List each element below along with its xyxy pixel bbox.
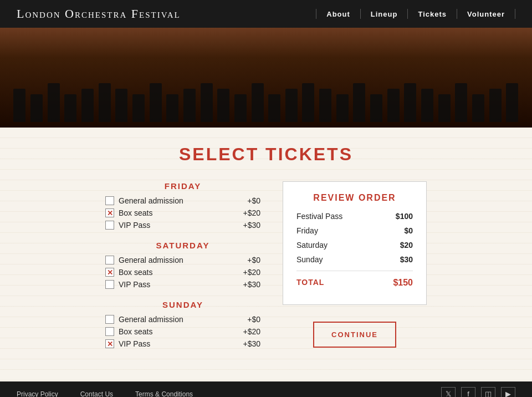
sun-vip-price: +$30 xyxy=(238,339,260,348)
sun-vip-checkbox[interactable] xyxy=(105,339,114,348)
review-item-price: $0 xyxy=(404,226,413,235)
musician xyxy=(252,83,264,122)
musician xyxy=(336,94,349,122)
musician xyxy=(404,83,416,122)
musician xyxy=(302,83,314,122)
musician xyxy=(438,94,451,122)
review-item-name: Festival Pass xyxy=(296,212,342,221)
nav-tickets[interactable]: Tickets xyxy=(418,10,447,18)
musician xyxy=(13,89,25,122)
sat-vip-price: +$30 xyxy=(238,280,260,289)
sat-general-checkbox[interactable] xyxy=(105,256,114,264)
review-item-saturday: Saturday $20 xyxy=(296,241,413,250)
ticket-option: General admission +$0 xyxy=(105,256,260,264)
review-item-friday: Friday $0 xyxy=(296,226,413,235)
ticket-option: VIP Pass +$30 xyxy=(105,221,260,230)
hero-image xyxy=(0,28,532,128)
main-content: SELECT TICKETS FRIDAY General admission … xyxy=(0,128,532,381)
ticket-option: Box seats +$20 xyxy=(105,208,260,217)
review-item-name: Saturday xyxy=(296,241,328,250)
footer-contact[interactable]: Contact Us xyxy=(80,390,113,398)
content-row: FRIDAY General admission +$0 Box seats +… xyxy=(33,181,499,359)
musician xyxy=(64,94,76,122)
ticket-option: Box seats +$20 xyxy=(105,327,260,336)
review-item-price: $30 xyxy=(400,255,413,264)
musician xyxy=(150,83,162,122)
review-box: REVIEW ORDER Festival Pass $100 Friday $… xyxy=(283,181,427,305)
sun-general-price: +$0 xyxy=(238,315,260,324)
musician xyxy=(387,89,400,122)
friday-title: FRIDAY xyxy=(105,181,260,191)
musician xyxy=(166,94,178,122)
footer-terms[interactable]: Terms & Conditions xyxy=(135,390,193,398)
sat-box-checkbox[interactable] xyxy=(105,268,114,277)
sun-general-checkbox[interactable] xyxy=(105,315,114,324)
musician xyxy=(48,83,60,122)
sat-general-label: General admission xyxy=(119,256,234,264)
musician xyxy=(421,89,433,122)
orchestra-silhouettes xyxy=(0,55,532,122)
musician xyxy=(319,89,331,122)
musician xyxy=(30,94,43,122)
sat-vip-checkbox[interactable] xyxy=(105,280,114,289)
review-item-festival: Festival Pass $100 xyxy=(296,212,413,221)
friday-section: FRIDAY General admission +$0 Box seats +… xyxy=(105,181,260,230)
sun-box-checkbox[interactable] xyxy=(105,327,114,336)
musician xyxy=(234,94,247,122)
nav-menu: About Lineup Tickets Volunteer xyxy=(316,9,515,19)
musician xyxy=(132,94,145,122)
sunday-title: SUNDAY xyxy=(105,300,260,309)
fri-box-price: +$20 xyxy=(238,208,260,217)
musician xyxy=(370,94,382,122)
fri-box-checkbox[interactable] xyxy=(105,208,114,217)
musician xyxy=(81,89,94,122)
page-title: SELECT TICKETS xyxy=(33,144,499,165)
facebook-icon[interactable]: f xyxy=(461,387,475,398)
musician xyxy=(285,89,298,122)
saturday-section: SATURDAY General admission +$0 Box seats… xyxy=(105,241,260,289)
fri-vip-label: VIP Pass xyxy=(119,221,234,230)
footer-links: Privacy Policy Contact Us Terms & Condit… xyxy=(17,390,441,398)
saturday-title: SATURDAY xyxy=(105,241,260,250)
youtube-icon[interactable]: ▶ xyxy=(501,387,515,398)
continue-button[interactable]: CONTINUE xyxy=(313,322,396,348)
nav-lineup[interactable]: Lineup xyxy=(371,10,398,18)
musician xyxy=(353,83,365,122)
ticket-selection-panel: FRIDAY General admission +$0 Box seats +… xyxy=(105,181,260,359)
review-item-sunday: Sunday $30 xyxy=(296,255,413,264)
instagram-icon[interactable]: ◫ xyxy=(481,387,495,398)
review-total-row: TOTAL $150 xyxy=(296,278,413,288)
fri-vip-price: +$30 xyxy=(238,221,260,230)
fri-general-price: +$0 xyxy=(238,196,260,205)
sat-general-price: +$0 xyxy=(238,256,260,264)
review-total-label: TOTAL xyxy=(296,278,324,288)
ticket-option: VIP Pass +$30 xyxy=(105,280,260,289)
sun-box-price: +$20 xyxy=(238,327,260,336)
sat-vip-label: VIP Pass xyxy=(119,280,234,289)
fri-general-checkbox[interactable] xyxy=(105,196,114,205)
footer: Privacy Policy Contact Us Terms & Condit… xyxy=(0,381,532,397)
twitter-icon[interactable]: 𝕏 xyxy=(441,387,456,398)
ticket-option: General admission +$0 xyxy=(105,315,260,324)
musician xyxy=(183,89,196,122)
musician xyxy=(506,83,518,122)
navbar: London Orchestra Festival About Lineup T… xyxy=(0,0,532,28)
review-divider xyxy=(296,271,413,271)
footer-privacy[interactable]: Privacy Policy xyxy=(17,390,58,398)
review-item-name: Friday xyxy=(296,226,318,235)
musician xyxy=(201,83,213,122)
fri-vip-checkbox[interactable] xyxy=(105,221,114,230)
nav-about[interactable]: About xyxy=(326,10,350,18)
review-total-price: $150 xyxy=(393,278,413,288)
fri-box-label: Box seats xyxy=(119,208,234,217)
musician xyxy=(455,83,467,122)
ticket-option: Box seats +$20 xyxy=(105,268,260,277)
nav-volunteer[interactable]: Volunteer xyxy=(467,10,505,18)
ticket-option: General admission +$0 xyxy=(105,196,260,205)
review-item-name: Sunday xyxy=(296,255,323,264)
site-title: London Orchestra Festival xyxy=(17,7,316,21)
musician xyxy=(268,94,280,122)
fri-general-label: General admission xyxy=(119,196,234,205)
sunday-section: SUNDAY General admission +$0 Box seats +… xyxy=(105,300,260,348)
review-item-price: $100 xyxy=(396,212,413,221)
